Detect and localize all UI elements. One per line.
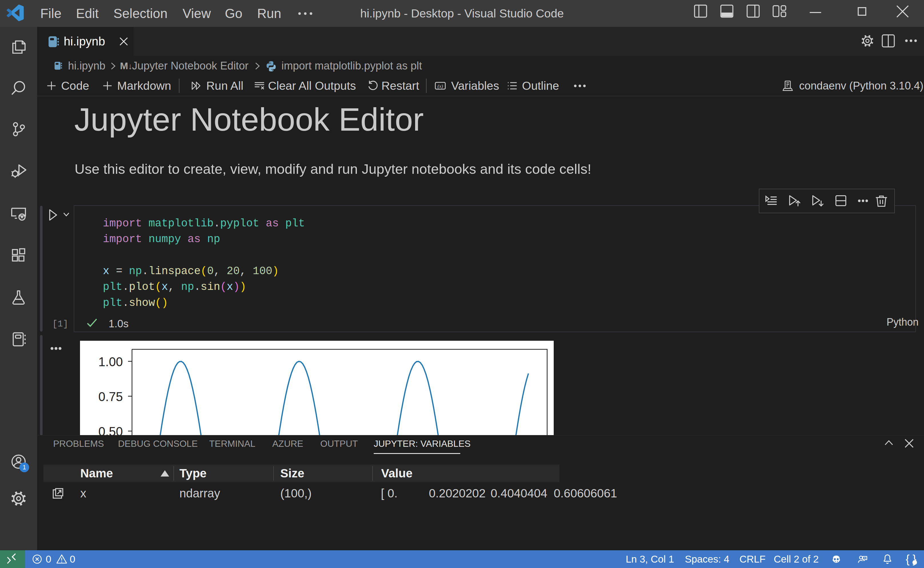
- svg-text:0.75: 0.75: [98, 390, 123, 403]
- svg-text:(x): (x): [437, 83, 443, 89]
- svg-text:1: 1: [23, 464, 26, 471]
- svg-text:1.00: 1.00: [98, 355, 123, 369]
